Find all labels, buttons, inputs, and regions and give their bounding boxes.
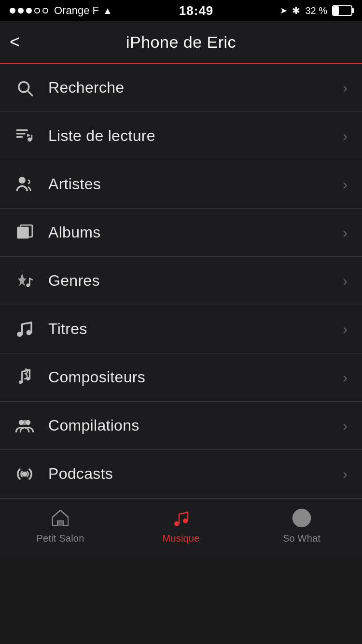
menu-label-podcasts: Podcasts <box>43 465 343 483</box>
menu-label-playlist: Liste de lecture <box>43 127 343 145</box>
battery-text: 32 % <box>305 5 327 16</box>
svg-point-9 <box>22 420 28 425</box>
menu-label-titres: Titres <box>43 320 343 338</box>
menu-item-artistes[interactable]: Artistes › <box>0 160 362 209</box>
chevron-icon: › <box>343 177 348 192</box>
playlist-icon <box>14 126 43 146</box>
chevron-icon: › <box>343 322 348 336</box>
artists-icon <box>14 174 43 195</box>
menu-item-compilations[interactable]: Compilations › <box>0 402 362 450</box>
search-icon <box>14 78 43 98</box>
tab-bar: Petit Salon Musique So What <box>0 498 362 556</box>
menu-item-playlist[interactable]: Liste de lecture › <box>0 112 362 160</box>
signal-dot-5 <box>42 8 48 14</box>
menu-label-compilations: Compilations <box>43 417 343 434</box>
tab-label-musique: Musique <box>163 533 200 544</box>
nav-title: iPhone de Eric <box>126 33 236 52</box>
tab-item-petit-salon[interactable]: Petit Salon <box>0 506 121 544</box>
status-bar: Orange F ▲ 18:49 ➤ ✱ 32 % <box>0 0 362 21</box>
wifi-icon: ▲ <box>103 5 112 16</box>
chevron-icon: › <box>343 419 348 433</box>
tab-label-so-what: So What <box>283 533 320 544</box>
note-icon <box>14 319 43 339</box>
tab-item-so-what[interactable]: So What <box>241 506 362 544</box>
albums-icon <box>14 223 43 243</box>
tab-label-petit-salon: Petit Salon <box>37 533 84 544</box>
home-icon <box>48 506 72 530</box>
chevron-icon: › <box>343 274 348 288</box>
chevron-icon: › <box>343 370 348 385</box>
signal-dot-3 <box>26 8 32 14</box>
menu-label-albums: Albums <box>43 224 343 241</box>
svg-rect-11 <box>57 521 63 526</box>
location-icon: ➤ <box>280 5 287 16</box>
menu-item-genres[interactable]: Genres › <box>0 257 362 305</box>
status-time: 18:49 <box>179 3 214 18</box>
chevron-icon: › <box>343 129 348 143</box>
svg-point-12 <box>174 521 179 526</box>
menu-label-genres: Genres <box>43 272 343 290</box>
menu-item-albums[interactable]: Albums › <box>0 209 362 257</box>
svg-point-10 <box>22 471 28 476</box>
menu-item-compositeurs[interactable]: Compositeurs › <box>0 353 362 402</box>
nav-bar: < iPhone de Eric <box>0 21 362 64</box>
battery-icon <box>332 5 352 16</box>
menu-label-compositeurs: Compositeurs <box>43 368 343 386</box>
menu-item-podcasts[interactable]: Podcasts › <box>0 450 362 498</box>
menu-item-recherche[interactable]: Recherche › <box>0 64 362 112</box>
composers-icon <box>14 367 43 388</box>
status-right: ➤ ✱ 32 % <box>280 5 352 16</box>
music-icon <box>169 506 193 530</box>
chevron-icon: › <box>343 225 348 240</box>
battery-fill <box>333 6 339 15</box>
back-button[interactable]: < <box>10 33 20 51</box>
signal-dot-2 <box>18 8 24 14</box>
svg-point-5 <box>17 332 22 337</box>
tab-item-musique[interactable]: Musique <box>121 506 241 544</box>
svg-point-6 <box>27 330 32 335</box>
compilations-icon <box>14 416 43 436</box>
podcasts-icon <box>14 464 43 484</box>
menu-label-recherche: Recherche <box>43 79 343 97</box>
bluetooth-icon: ✱ <box>292 5 300 16</box>
signal-dot-1 <box>10 8 15 14</box>
signal-dots <box>10 8 48 14</box>
carrier-label: Orange F <box>54 4 99 17</box>
chevron-icon: › <box>343 81 348 95</box>
menu-item-titres[interactable]: Titres › <box>0 305 362 353</box>
chevron-icon: › <box>343 467 348 481</box>
status-left: Orange F ▲ <box>10 4 112 17</box>
genres-icon <box>14 271 43 291</box>
svg-point-13 <box>183 518 188 523</box>
signal-dot-4 <box>34 8 40 14</box>
svg-point-1 <box>19 177 26 183</box>
play-icon <box>290 506 314 530</box>
menu-label-artistes: Artistes <box>43 175 343 193</box>
menu-list: Recherche › Liste de lecture › Artistes <box>0 64 362 498</box>
